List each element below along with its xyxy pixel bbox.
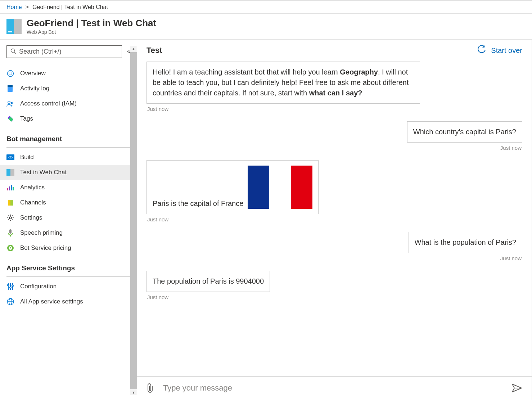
message-timestamp: Just now: [147, 216, 522, 222]
divider: [6, 147, 130, 148]
page-title: GeoFriend | Test in Web Chat: [27, 18, 156, 28]
message-user: Which country's capital is Paris? Just n…: [146, 121, 522, 151]
sidebar-item-label: Analytics: [20, 184, 45, 191]
sidebar-search-box[interactable]: [6, 45, 122, 58]
scroll-down-icon[interactable]: ▼: [132, 390, 135, 395]
message-bubble: The population of Paris is 9904000: [146, 271, 270, 292]
sidebar-item-speech-priming[interactable]: Speech priming: [0, 225, 137, 240]
breadcrumb: Home > GeoFriend | Test in Web Chat: [0, 0, 532, 14]
breadcrumb-home-link[interactable]: Home: [6, 4, 22, 10]
svg-line-1: [14, 52, 16, 54]
svg-rect-11: [10, 169, 14, 176]
message-text: Hello! I am a teaching assistant bot tha…: [153, 68, 340, 76]
svg-point-2: [8, 70, 14, 76]
sidebar-item-analytics[interactable]: Analytics: [0, 180, 137, 195]
sidebar-item-label: Build: [20, 154, 34, 161]
sidebar-item-label: Test in Web Chat: [20, 169, 67, 176]
activity-log-icon: [6, 85, 14, 93]
france-flag-image: [248, 166, 312, 209]
svg-point-18: [9, 217, 12, 219]
breadcrumb-separator-icon: >: [26, 4, 29, 10]
message-user: What is the population of Paris? Just no…: [146, 232, 522, 261]
message-text-bold: what can I say?: [309, 89, 362, 97]
microphone-icon: [6, 229, 14, 237]
sidebar-group-app-settings: App Service Settings: [0, 256, 137, 274]
sidebar-item-pricing[interactable]: $ Bot Service pricing: [0, 240, 137, 256]
svg-point-29: [12, 285, 13, 287]
sidebar-item-all-app-settings[interactable]: All App service settings: [0, 294, 137, 309]
sidebar-item-label: Configuration: [20, 283, 57, 290]
chat-panel: Test Start over Hello! I am a teaching a…: [137, 40, 532, 400]
sidebar-item-channels[interactable]: Channels: [0, 195, 137, 210]
sidebar-item-label: All App service settings: [20, 298, 83, 305]
webapp-bot-icon: [6, 19, 22, 34]
svg-rect-15: [13, 187, 14, 190]
message-timestamp: Just now: [147, 294, 522, 300]
svg-rect-14: [11, 185, 12, 190]
sidebar-item-label: Activity log: [20, 85, 49, 92]
code-icon: </>: [6, 153, 14, 161]
start-over-button[interactable]: Start over: [477, 45, 522, 56]
analytics-icon: [6, 184, 14, 192]
collapse-sidebar-button[interactable]: «: [127, 48, 130, 55]
message-text: Which country's capital is Paris?: [413, 128, 516, 136]
message-bubble: What is the population of Paris?: [409, 232, 522, 253]
chat-title: Test: [146, 46, 162, 55]
message-bot: Paris is the capital of France Just now: [146, 160, 522, 222]
gear-icon: [6, 214, 14, 222]
sidebar-item-configuration[interactable]: Configuration: [0, 279, 137, 294]
svg-point-0: [11, 49, 15, 52]
message-bubble: Paris is the capital of France: [146, 160, 319, 214]
overview-icon: [6, 69, 14, 77]
pricing-icon: $: [6, 244, 14, 252]
sidebar-item-label: Access control (IAM): [20, 100, 77, 107]
sidebar: « Overview Activity log Access control (…: [0, 40, 137, 400]
globe-icon: [6, 298, 14, 306]
sidebar-item-activity-log[interactable]: Activity log: [0, 81, 137, 96]
sidebar-item-test-web-chat[interactable]: Test in Web Chat: [0, 165, 137, 180]
message-bubble: Hello! I am a teaching assistant bot tha…: [146, 62, 420, 104]
scroll-up-icon[interactable]: ▲: [132, 46, 135, 51]
svg-rect-12: [7, 188, 8, 190]
message-timestamp: Just now: [147, 106, 522, 112]
message-bot: The population of Paris is 9904000 Just …: [146, 271, 522, 300]
scroll-thumb[interactable]: [130, 52, 137, 389]
breadcrumb-current: GeoFriend | Test in Web Chat: [32, 4, 108, 10]
message-text: Paris is the capital of France: [153, 199, 243, 207]
resource-header: GeoFriend | Test in Web Chat Web App Bot: [0, 14, 532, 40]
people-icon: [6, 100, 14, 108]
message-text: The population of Paris is 9904000: [153, 277, 264, 285]
svg-point-28: [10, 287, 11, 288]
send-button[interactable]: [511, 383, 522, 393]
svg-rect-19: [9, 229, 12, 234]
message-text: What is the population of Paris?: [415, 238, 516, 246]
svg-point-6: [8, 101, 10, 103]
tag-icon: [6, 115, 14, 123]
svg-rect-17: [8, 200, 10, 206]
webchat-icon: [6, 168, 14, 176]
svg-point-27: [8, 284, 9, 286]
sidebar-item-label: Speech priming: [20, 229, 63, 236]
sidebar-group-bot-management: Bot management: [0, 126, 137, 145]
sidebar-item-access-control[interactable]: Access control (IAM): [0, 96, 137, 111]
channels-icon: [6, 199, 14, 207]
refresh-icon: [477, 45, 486, 56]
sidebar-scrollbar[interactable]: ▲ ▼: [130, 46, 137, 395]
sidebar-item-overview[interactable]: Overview: [0, 66, 137, 81]
sidebar-item-label: Tags: [20, 115, 33, 122]
svg-rect-13: [9, 186, 10, 190]
attach-button[interactable]: [146, 383, 154, 393]
message-input[interactable]: [163, 383, 503, 393]
resource-type-label: Web App Bot: [27, 29, 156, 35]
sidebar-item-label: Channels: [20, 199, 46, 206]
chat-toolbar: Test Start over: [137, 40, 532, 62]
message-text-bold: Geography: [340, 68, 378, 76]
sidebar-item-tags[interactable]: Tags: [0, 111, 137, 126]
sidebar-item-build[interactable]: </> Build: [0, 150, 137, 165]
search-input[interactable]: [19, 48, 118, 55]
message-bot: Hello! I am a teaching assistant bot tha…: [146, 62, 522, 112]
sidebar-item-label: Bot Service pricing: [20, 244, 71, 252]
chat-transcript: Hello! I am a teaching assistant bot tha…: [137, 62, 532, 376]
sidebar-item-label: Overview: [20, 70, 46, 77]
sidebar-item-settings[interactable]: Settings: [0, 210, 137, 225]
